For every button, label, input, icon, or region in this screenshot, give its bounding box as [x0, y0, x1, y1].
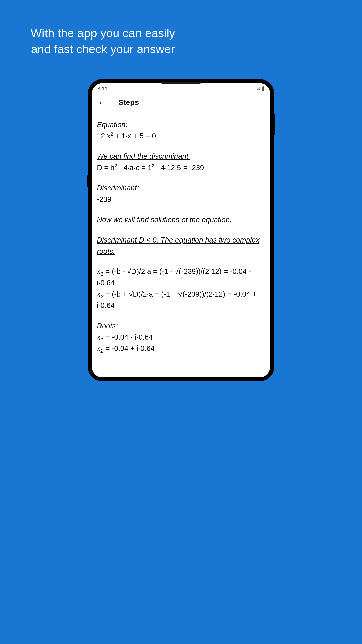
device-frame: 8:11 x ← Steps Equation: 12·x2 + 1·x + 5… — [88, 79, 206, 366]
screen: 8:11 x ← Steps Equation: 12·x2 + 1·x + 5… — [92, 83, 206, 366]
discriminant-value: -239 — [97, 194, 206, 205]
root-x1: x1 = -0.04 - i·0.64 — [97, 332, 206, 343]
status-time: 8:11 — [97, 86, 108, 92]
back-button[interactable]: ← — [98, 98, 106, 107]
root-x2-formula: x2 = (-b + √D)/2·a = (-1 + √(-239))/(2·1… — [97, 289, 206, 311]
roots-label: Roots: — [97, 320, 206, 332]
discriminant-formula: D = b2 - 4·a·c = 12 - 4·12·5 = -239 — [97, 162, 206, 173]
equation-label: Equation: — [97, 119, 206, 130]
device-side-button — [87, 175, 88, 187]
root-x1-formula: x1 = (-b - √D)/2·a = (-1 - √(-239))/(2·1… — [97, 266, 206, 289]
device-notch — [161, 82, 201, 84]
status-bar: 8:11 x — [92, 83, 206, 94]
page-title: Steps — [118, 98, 139, 107]
equation-value: 12·x2 + 1·x + 5 = 0 — [97, 130, 206, 142]
steps-content: Equation: 12·x2 + 1·x + 5 = 0 We can fin… — [92, 111, 206, 362]
promo-line2: and fast check your answer — [31, 42, 175, 56]
promo-line1: With the app you can easily — [31, 26, 175, 40]
promo-text: With the app you can easily and fast che… — [0, 0, 206, 57]
root-x2: x2 = -0.04 + i·0.64 — [97, 343, 206, 354]
discriminant-label: Discriminant: — [97, 182, 206, 194]
app-bar: ← Steps — [92, 94, 206, 111]
solutions-label: Now we will find solutions of the equati… — [97, 214, 206, 225]
discriminant-find-label: We can find the discriminant. — [97, 151, 206, 162]
complex-roots-label: Discriminant D < 0. The equation has two… — [97, 234, 206, 257]
